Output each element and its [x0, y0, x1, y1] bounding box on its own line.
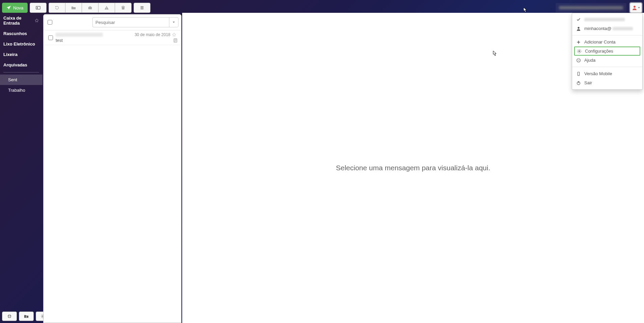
svg-point-4	[634, 6, 636, 8]
refresh-button[interactable]	[49, 3, 65, 13]
spam-button[interactable]	[98, 3, 115, 13]
compose-label: Nova	[13, 5, 23, 10]
move-button[interactable]	[82, 3, 98, 13]
message-actions-group	[49, 3, 132, 13]
user-dropdown: minhaconta@ Adicionar Conta Configuraçõe…	[572, 13, 643, 90]
menu-help[interactable]: ? Ajuda	[572, 56, 642, 65]
menu-icon	[140, 5, 144, 10]
folder-label: Rascunhos	[3, 31, 27, 36]
refresh-icon	[55, 5, 59, 10]
account-email-label: minhaconta@	[584, 26, 633, 31]
menu-label: Sair	[584, 80, 592, 85]
delete-button[interactable]	[115, 3, 132, 13]
star-outline-icon[interactable]	[34, 18, 39, 23]
search-input[interactable]	[92, 17, 169, 27]
sidebar-divider	[3, 72, 39, 72]
svg-point-7	[578, 27, 579, 28]
message-item[interactable]: 30 de maio de 2018 test	[44, 30, 181, 45]
menu-label: Configurações	[585, 49, 613, 54]
menu-active-account[interactable]	[572, 15, 642, 24]
folder-sidebar: Caixa de Entrada Rascunhos Lixo Eletrôni…	[0, 13, 43, 323]
attachment-icon	[173, 37, 178, 43]
warning-icon	[104, 5, 109, 10]
trash-icon	[121, 5, 125, 10]
current-user-name	[556, 3, 626, 12]
briefcase-icon	[88, 5, 92, 10]
chevron-down-icon	[638, 7, 640, 8]
svg-rect-3	[89, 6, 91, 7]
menu-label: Versão Mobile	[584, 71, 612, 76]
folder-icon	[71, 5, 76, 10]
folder-label: Lixo Eletrônico	[3, 41, 35, 47]
menu-settings[interactable]: Configurações	[574, 47, 640, 56]
power-icon	[576, 81, 581, 85]
folder-label: Sent	[8, 77, 17, 82]
menu-divider	[572, 67, 642, 67]
svg-text:?: ?	[578, 59, 579, 61]
more-button[interactable]	[134, 3, 150, 13]
folder-trash[interactable]: Lixeira	[0, 49, 43, 60]
message-list-panel: 30 de maio de 2018 test	[43, 14, 181, 323]
folder-sent[interactable]: Sent	[0, 75, 43, 85]
svg-point-8	[579, 51, 580, 52]
folder-label: Caixa de Entrada	[3, 16, 33, 26]
active-account-label	[584, 18, 625, 21]
svg-rect-0	[36, 6, 40, 9]
folder-label: Lixeira	[3, 52, 18, 57]
svg-point-1	[37, 7, 38, 8]
menu-logout[interactable]: Sair	[572, 78, 642, 87]
user-menu-button[interactable]	[630, 3, 642, 13]
folder-archived[interactable]: Arquivadas	[0, 60, 43, 70]
new-folder-button[interactable]	[19, 312, 34, 321]
message-date: 30 de maio de 2018	[135, 32, 170, 37]
menu-label: Adicionar Conta	[584, 39, 616, 45]
svg-rect-2	[88, 7, 92, 9]
folder-trabalho[interactable]: Trabalho	[0, 85, 43, 95]
folder-plus-icon	[24, 314, 29, 319]
select-all-checkbox[interactable]	[48, 20, 52, 25]
user-icon	[632, 5, 637, 10]
compose-button[interactable]: Nova	[2, 3, 28, 13]
mobile-icon	[576, 71, 581, 76]
menu-mobile[interactable]: Versão Mobile	[572, 69, 642, 78]
user-icon	[576, 26, 581, 31]
message-from	[56, 33, 103, 37]
folder-drafts[interactable]: Rascunhos	[0, 28, 43, 39]
sidebar-bottom-bar	[0, 310, 43, 323]
message-star-button[interactable]	[172, 32, 178, 37]
folder-junk[interactable]: Lixo Eletrônico	[0, 39, 43, 49]
svg-point-12	[578, 75, 579, 75]
message-list-header	[44, 14, 181, 30]
contacts-button[interactable]	[30, 3, 47, 13]
message-subject: test	[56, 37, 133, 43]
address-card-icon	[36, 5, 40, 10]
star-outline-icon	[172, 32, 176, 37]
folder-label: Trabalho	[8, 88, 25, 93]
menu-account-email[interactable]: minhaconta@	[572, 24, 642, 33]
menu-add-account[interactable]: Adicionar Conta	[572, 37, 642, 47]
menu-divider	[572, 35, 642, 35]
gear-icon	[577, 49, 582, 54]
archive-button[interactable]	[65, 3, 82, 13]
chevron-down-icon	[173, 22, 175, 23]
paper-plane-icon	[6, 5, 11, 10]
compress-icon	[7, 314, 12, 319]
preview-placeholder: Selecione uma mensagem para visualizá-la…	[336, 164, 491, 172]
folder-inbox[interactable]: Caixa de Entrada	[0, 13, 43, 28]
collapse-button[interactable]	[2, 312, 17, 321]
check-icon	[576, 17, 581, 22]
menu-label: Ajuda	[584, 58, 595, 63]
plus-icon	[576, 40, 581, 45]
search-options-button[interactable]	[169, 17, 178, 27]
message-checkbox[interactable]	[48, 35, 53, 40]
help-icon: ?	[576, 58, 581, 63]
folder-label: Arquivadas	[3, 62, 27, 67]
